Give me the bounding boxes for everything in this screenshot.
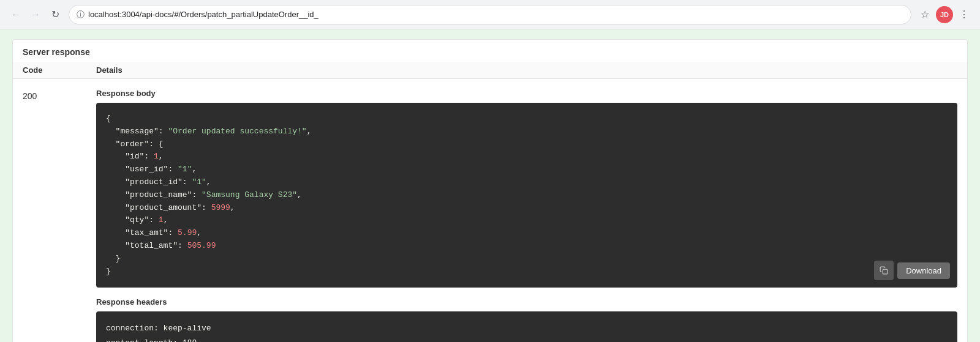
response-headers-code-block: connection: keep-alive content-length: 1… (96, 311, 957, 342)
svg-rect-0 (883, 270, 888, 275)
lock-icon: ⓘ (77, 9, 85, 20)
json-line-6: "product_id": "1", (106, 176, 948, 189)
json-line-10: "tax_amt": 5.99, (106, 227, 948, 240)
header-line-1: connection: keep-alive (106, 321, 948, 335)
json-line-11: "total_amt": 505.99 (106, 240, 948, 253)
json-line-13: } (106, 266, 948, 278)
forward-button[interactable]: → (27, 6, 44, 23)
server-response-section: Server response Code Details 200 Respons… (12, 39, 968, 342)
response-body-label: Response body (96, 89, 957, 98)
download-button[interactable]: Download (897, 262, 950, 279)
server-response-header: Server response (13, 40, 967, 62)
header-line-2: content-length: 189 (106, 336, 948, 342)
json-line-4: "id": 1, (106, 151, 948, 163)
json-line-2: "message": "Order updated successfully!"… (106, 125, 948, 138)
json-line-9: "qty": 1, (106, 214, 948, 227)
response-table-header: Code Details (13, 62, 967, 79)
code-actions: Download (874, 261, 950, 280)
response-code: 200 (23, 89, 96, 101)
response-details: Response body { "message": "Order update… (96, 89, 957, 342)
response-body-code-block: { "message": "Order updated successfully… (96, 103, 957, 288)
response-row-200: 200 Response body { "message": "Order up… (13, 79, 967, 342)
reload-button[interactable]: ↻ (47, 6, 64, 23)
json-line-8: "product_amount": 5999, (106, 202, 948, 215)
json-line-12: } (106, 253, 948, 266)
json-line-7: "product_name": "Samsung Galaxy S23", (106, 189, 948, 202)
menu-button[interactable]: ⋮ (956, 6, 973, 23)
browser-chrome: ← → ↻ ⓘ localhost:3004/api-docs/#/Orders… (0, 0, 980, 29)
browser-actions: ☆ JD ⋮ (916, 6, 973, 23)
address-bar[interactable]: ⓘ localhost:3004/api-docs/#/Orders/patch… (69, 5, 911, 24)
col-code-header: Code (23, 65, 96, 75)
url-text: localhost:3004/api-docs/#/Orders/patch_p… (88, 10, 318, 19)
json-line-3: "order": { (106, 138, 948, 151)
avatar: JD (936, 6, 953, 23)
json-line-1: { (106, 113, 948, 125)
response-headers-label: Response headers (96, 297, 957, 307)
json-line-5: "user_id": "1", (106, 163, 948, 176)
bookmark-button[interactable]: ☆ (916, 6, 933, 23)
nav-buttons: ← → ↻ (7, 6, 64, 23)
back-button[interactable]: ← (7, 6, 24, 23)
copy-button[interactable] (874, 261, 894, 280)
col-details-header: Details (96, 65, 123, 75)
page-content: Server response Code Details 200 Respons… (0, 29, 980, 342)
